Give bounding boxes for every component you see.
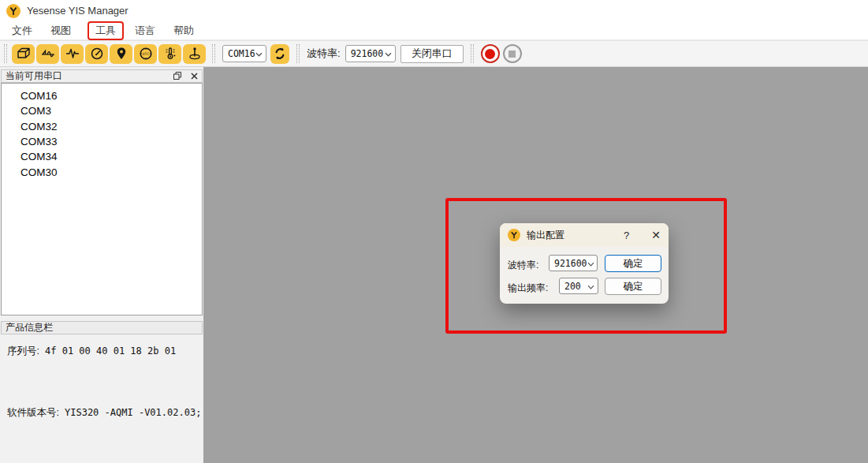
toolbar: UTC COM16 波特率: 921600 — [0, 40, 868, 67]
location-pin-icon — [114, 47, 129, 61]
baud-rate-label: 波特率: — [307, 47, 341, 61]
menu-item-language[interactable]: 语言 — [130, 22, 160, 39]
title-bar: Yesense YIS Manager — [0, 0, 868, 21]
utc-clock-icon: UTC — [138, 47, 154, 61]
software-version-value: YIS320 -AQMI -V01.02.03; — [65, 407, 201, 418]
dialog-freq-value: 200 — [564, 281, 581, 292]
close-panel-icon[interactable] — [191, 71, 198, 82]
baud-rate-select[interactable]: 921600 — [345, 45, 396, 62]
chevron-down-icon — [255, 48, 263, 59]
dialog-baud-value: 921600 — [554, 258, 587, 269]
pulse-wave-button[interactable] — [61, 44, 84, 64]
dialog-title-bar[interactable]: 输出配置 ? ✕ — [500, 223, 669, 247]
chevron-down-icon — [587, 281, 594, 292]
dialog-freq-label: 输出频率: — [508, 282, 548, 295]
chevron-down-icon — [587, 258, 594, 269]
serial-number-label: 序列号: — [7, 345, 39, 358]
pose-pin-icon — [187, 47, 203, 61]
info-panel-body: 序列号: 4f 01 00 40 01 18 2b 01 软件版本号: YIS3… — [1, 335, 203, 463]
port-list-item[interactable]: COM3 — [20, 103, 202, 118]
port-select[interactable]: COM16 — [222, 45, 266, 62]
pulse-wave-icon — [65, 47, 80, 61]
port-list-item[interactable]: COM16 — [20, 88, 202, 103]
software-version-line: 软件版本号: YIS320 -AQMI -V01.02.03; — [7, 406, 201, 420]
app-logo-icon — [6, 4, 20, 18]
chevron-down-icon — [385, 48, 392, 59]
menu-item-help[interactable]: 帮助 — [169, 22, 199, 39]
close-serial-port-button[interactable]: 关闭串口 — [400, 45, 464, 63]
record-icon — [485, 49, 495, 59]
info-panel-header: 产品信息栏 — [1, 321, 203, 334]
pose-pin-button[interactable] — [183, 44, 206, 64]
dialog-logo-icon — [508, 229, 520, 241]
gauge-icon — [89, 47, 105, 61]
record-button[interactable] — [481, 44, 500, 63]
menu-item-tools[interactable]: 工具 — [88, 21, 124, 40]
3d-box-icon — [16, 47, 32, 61]
svg-text:UTC: UTC — [142, 52, 149, 56]
temperature-button[interactable] — [158, 44, 181, 64]
angle-wave-icon — [40, 47, 56, 61]
angle-wave-button[interactable] — [36, 44, 59, 64]
stop-icon — [509, 50, 516, 58]
ports-list: COM16 COM3 COM32 COM33 COM34 COM30 — [1, 83, 203, 316]
port-list-item[interactable]: COM33 — [20, 134, 202, 149]
port-list-item[interactable]: COM32 — [20, 119, 202, 134]
port-list-item[interactable]: COM34 — [20, 149, 202, 164]
gauge-button[interactable] — [85, 44, 108, 64]
menu-bar: 文件 视图 工具 语言 帮助 — [0, 21, 868, 40]
ports-panel-header: 当前可用串口 — [1, 69, 203, 83]
serial-number-line: 序列号: 4f 01 00 40 01 18 2b 01 — [7, 345, 176, 358]
dialog-freq-select[interactable]: 200 — [559, 278, 598, 294]
location-button[interactable] — [110, 44, 132, 64]
menu-item-view[interactable]: 视图 — [46, 22, 76, 39]
dialog-baud-select[interactable]: 921600 — [549, 255, 598, 271]
info-panel-title: 产品信息栏 — [6, 321, 53, 334]
ports-panel-title: 当前可用串口 — [6, 69, 62, 83]
port-select-value: COM16 — [228, 48, 255, 59]
dialog-baud-label: 波特率: — [508, 259, 538, 272]
port-list-item[interactable]: COM30 — [20, 164, 202, 179]
dialog-help-button[interactable]: ? — [624, 230, 629, 241]
window-title: Yesense YIS Manager — [27, 5, 129, 17]
dialog-title: 输出配置 — [527, 229, 564, 242]
thermometer-icon — [162, 47, 178, 61]
software-version-label: 软件版本号: — [7, 406, 59, 420]
toolbar-grip[interactable] — [471, 44, 474, 63]
app-window: Yesense YIS Manager 文件 视图 工具 语言 帮助 — [0, 0, 868, 463]
refresh-ports-button[interactable] — [270, 44, 289, 64]
float-panel-icon[interactable] — [173, 71, 181, 82]
refresh-icon — [274, 47, 286, 60]
output-config-dialog: 输出配置 ? ✕ 波特率: 921600 确定 输出频率: 200 确定 — [500, 223, 669, 304]
stop-button[interactable] — [503, 44, 522, 63]
dialog-freq-ok-button[interactable]: 确定 — [605, 278, 661, 295]
serial-number-value: 4f 01 00 40 01 18 2b 01 — [45, 345, 176, 357]
toolbar-grip[interactable] — [296, 44, 300, 63]
dialog-close-button[interactable]: ✕ — [651, 230, 661, 241]
baud-rate-value: 921600 — [351, 48, 384, 59]
3d-view-button[interactable] — [12, 44, 35, 64]
toolbar-grip[interactable] — [4, 44, 7, 63]
utc-clock-button[interactable]: UTC — [134, 44, 157, 64]
toolbar-grip[interactable] — [212, 44, 215, 63]
menu-item-file[interactable]: 文件 — [7, 22, 37, 39]
dialog-baud-ok-button[interactable]: 确定 — [605, 255, 661, 272]
